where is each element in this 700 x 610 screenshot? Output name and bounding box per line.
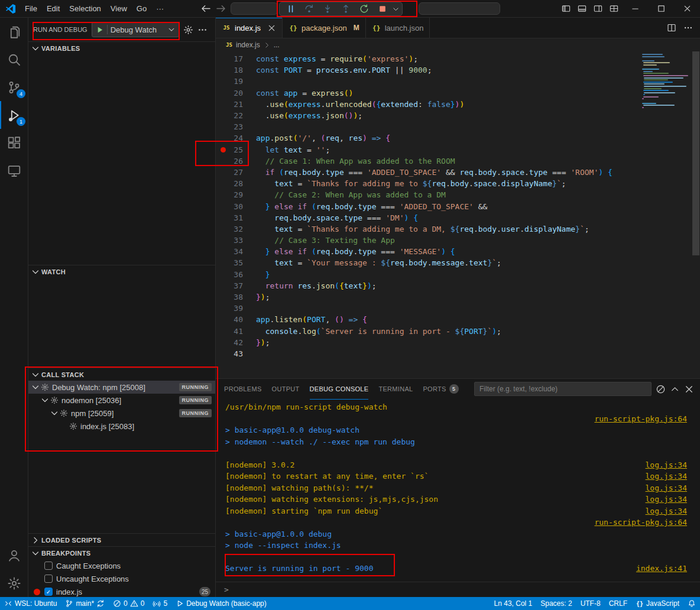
debug-console-input[interactable]: > — [216, 582, 700, 597]
console-filter-input[interactable] — [474, 382, 652, 396]
status-cursor-position[interactable]: Ln 43, Col 1 — [490, 597, 537, 610]
start-debugging-icon[interactable] — [95, 25, 104, 34]
code-editor[interactable]: 17const express = require('express');18c… — [216, 51, 700, 378]
clear-console-icon[interactable] — [656, 384, 666, 394]
panel-tab-output[interactable]: OUTPUT — [272, 379, 300, 400]
menu-view[interactable]: View — [106, 0, 132, 17]
editor-scrollbar[interactable] — [692, 51, 700, 378]
stop-dropdown-icon[interactable] — [392, 5, 400, 13]
console-source-link[interactable]: index.js:41 — [624, 563, 687, 575]
line-number[interactable]: 36 — [228, 270, 243, 279]
toggle-primary-sidebar-button[interactable] — [558, 0, 574, 17]
pause-button[interactable] — [282, 2, 300, 15]
line-number[interactable]: 17 — [228, 54, 243, 63]
scrollbar-thumb[interactable] — [692, 51, 699, 255]
status-forwarded-ports[interactable]: 5 — [148, 597, 171, 610]
line-number[interactable]: 34 — [228, 247, 243, 256]
tab-package.json[interactable]: {}package.jsonM — [283, 18, 366, 38]
menu-file[interactable]: File — [20, 0, 42, 17]
panel-tab-debug-console[interactable]: DEBUG CONSOLE — [310, 379, 369, 400]
close-tab-icon[interactable] — [267, 24, 276, 33]
line-number[interactable]: 42 — [228, 338, 243, 347]
panel-tab-problems[interactable]: PROBLEMS — [224, 379, 262, 400]
console-source-link[interactable]: log.js:34 — [634, 459, 687, 471]
close-panel-icon[interactable] — [684, 384, 694, 394]
status-language-mode[interactable]: {}JavaScript — [631, 597, 683, 610]
console-source-link[interactable]: log.js:34 — [634, 482, 687, 494]
line-number[interactable]: 29 — [228, 190, 243, 199]
callstack-row[interactable]: Debug Watch: npm [25008]RUNNING — [28, 381, 215, 394]
code-text[interactable]: // Case 2: When App was added to a DM — [256, 190, 446, 199]
chevron-down-icon[interactable] — [50, 408, 59, 418]
activity-extensions[interactable] — [0, 129, 28, 157]
code-text[interactable]: if (req.body.type === 'ADDED_TO_SPACE' &… — [256, 168, 612, 177]
line-number[interactable]: 41 — [228, 327, 243, 336]
code-text[interactable]: app.listen(PORT, () => { — [256, 315, 367, 324]
code-text[interactable]: }); — [256, 338, 270, 347]
section-loaded-scripts[interactable]: LOADED SCRIPTS — [28, 533, 215, 546]
status-eol[interactable]: CRLF — [605, 597, 631, 610]
line-number[interactable]: 35 — [228, 258, 243, 267]
status-remote-indicator[interactable]: WSL: Ubuntu — [0, 597, 61, 610]
code-text[interactable]: const express = require('express'); — [256, 54, 418, 63]
maximize-button[interactable] — [648, 0, 674, 17]
more-actions-icon[interactable] — [683, 23, 693, 33]
line-number[interactable]: 30 — [228, 202, 243, 211]
status-debug-session[interactable]: Debug Watch (basic-app) — [171, 597, 271, 610]
back-icon[interactable] — [200, 3, 212, 14]
command-center-right[interactable] — [419, 2, 500, 15]
chevron-down-icon[interactable] — [40, 395, 50, 405]
console-source-link[interactable]: run-script-pkg.js:64 — [582, 413, 687, 425]
breakpoint-row[interactable]: ✓index.js25 — [28, 585, 215, 598]
menu-go[interactable]: Go — [132, 0, 151, 17]
line-number[interactable]: 24 — [228, 134, 243, 142]
line-number[interactable]: 22 — [228, 111, 243, 120]
code-text[interactable]: app.post('/', (req, res) => { — [256, 134, 390, 142]
activity-accounts[interactable] — [0, 541, 28, 569]
checkbox[interactable] — [44, 562, 53, 570]
code-text[interactable]: } else if (req.body.type === 'MESSAGE') … — [256, 247, 455, 256]
code-text[interactable]: const app = express() — [256, 89, 353, 98]
step-over-button[interactable] — [300, 2, 318, 15]
line-number[interactable]: 39 — [228, 304, 243, 313]
customize-layout-button[interactable] — [606, 0, 622, 17]
status-git-branch[interactable]: main* — [61, 597, 109, 610]
section-variables[interactable]: VARIABLES — [28, 41, 215, 54]
configure-gear-icon[interactable] — [183, 25, 193, 35]
code-text[interactable]: console.log(`Server is running in port -… — [256, 327, 501, 336]
callstack-row[interactable]: npm [25059]RUNNING — [28, 407, 215, 420]
checkbox[interactable] — [44, 575, 53, 583]
code-text[interactable]: text = `Your message : ${req.body.messag… — [256, 258, 501, 267]
close-window-button[interactable] — [674, 0, 700, 17]
code-text[interactable]: .use(express.json()); — [256, 111, 362, 120]
chevron-down-icon[interactable] — [31, 382, 40, 392]
panel-tab-ports[interactable]: PORTS5 — [423, 379, 458, 400]
checkbox[interactable]: ✓ — [44, 588, 53, 596]
minimize-button[interactable] — [622, 0, 648, 17]
breakpoint-row[interactable]: Uncaught Exceptions — [28, 572, 215, 585]
code-text[interactable]: let text = ''; — [256, 145, 330, 154]
breadcrumb-item[interactable]: index.js — [236, 41, 260, 49]
activity-search[interactable] — [0, 46, 28, 73]
breadcrumb-more[interactable]: ... — [274, 41, 280, 49]
debug-config-picker[interactable]: Debug Watch — [92, 22, 179, 37]
line-number[interactable]: 40 — [228, 315, 243, 324]
code-text[interactable]: req.body.space.type === 'DM') { — [256, 213, 418, 222]
line-number[interactable]: 21 — [228, 100, 243, 109]
console-source-link[interactable]: log.js:34 — [634, 471, 687, 482]
line-number[interactable]: 20 — [228, 89, 243, 98]
breakpoint-row[interactable]: Caught Exceptions — [28, 559, 215, 572]
step-out-button[interactable] — [337, 2, 355, 15]
tab-launch.json[interactable]: {}launch.json — [366, 18, 430, 38]
line-number[interactable]: 27 — [228, 168, 243, 177]
section-call-stack[interactable]: CALL STACK — [28, 368, 215, 381]
line-number[interactable]: 38 — [228, 293, 243, 301]
line-number[interactable]: 28 — [228, 179, 243, 188]
code-text[interactable]: } else if (req.body.type === 'ADDED_TO_S… — [256, 202, 487, 211]
console-source-link[interactable]: log.js:34 — [634, 505, 687, 517]
line-number[interactable]: 25 — [228, 145, 243, 154]
toggle-secondary-sidebar-button[interactable] — [590, 0, 606, 17]
status-encoding[interactable]: UTF-8 — [576, 597, 605, 610]
restart-button[interactable] — [355, 2, 373, 15]
activity-source-control[interactable]: 4 — [0, 73, 28, 101]
